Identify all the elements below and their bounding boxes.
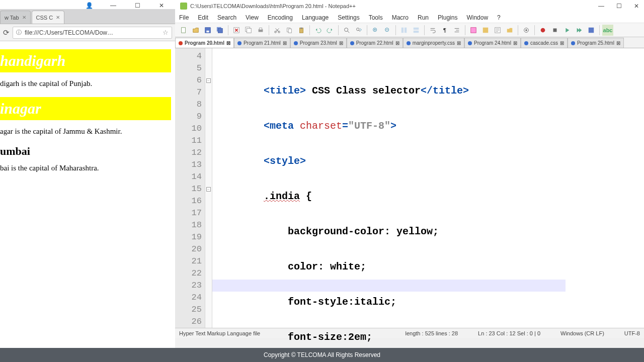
find-icon[interactable]: [341, 25, 352, 36]
print-icon[interactable]: [255, 25, 266, 36]
site-info-icon[interactable]: ⓘ: [16, 29, 22, 36]
npp-toolbar: ¶ abc: [175, 23, 644, 37]
menu-run[interactable]: Run: [418, 14, 429, 21]
replace-icon[interactable]: [353, 25, 364, 36]
menu-macro[interactable]: Macro: [392, 14, 409, 21]
tab-close-icon[interactable]: ⊠: [616, 40, 620, 46]
file-tab[interactable]: Program 23.html⊠: [290, 38, 347, 48]
zoom-out-icon[interactable]: [382, 25, 393, 36]
close-all-icon[interactable]: [243, 25, 254, 36]
window-minimize[interactable]: —: [598, 3, 604, 10]
modified-dot-icon: [179, 41, 183, 45]
redo-icon[interactable]: [325, 25, 336, 36]
bookmark-star-icon[interactable]: ☆: [163, 29, 169, 36]
copy-icon[interactable]: [284, 25, 295, 36]
monitoring-icon[interactable]: [521, 25, 532, 36]
window-close[interactable]: ✕: [634, 3, 639, 10]
tab-close-icon[interactable]: ⊠: [395, 40, 399, 46]
menu-encoding[interactable]: Encoding: [268, 14, 293, 21]
rendered-page: handigarh digarh is the capital of Punja…: [0, 41, 175, 172]
menu-file[interactable]: File: [179, 14, 189, 21]
browser-tab[interactable]: w Tab ✕: [0, 11, 31, 24]
menu-view[interactable]: View: [246, 14, 259, 21]
file-tab[interactable]: Program 25.html⊠: [568, 38, 624, 48]
udl-icon[interactable]: [468, 25, 479, 36]
paragraph: bai is the capital of Maharashtra.: [0, 164, 175, 172]
menu-search[interactable]: Search: [217, 14, 236, 21]
reload-icon[interactable]: ⟳: [3, 28, 10, 37]
sync-v-icon[interactable]: [398, 25, 410, 36]
paste-icon[interactable]: [296, 25, 307, 36]
file-tab[interactable]: cascade.css⊠: [521, 38, 568, 48]
play-macro-icon[interactable]: [561, 25, 573, 36]
menu-settings[interactable]: Settings: [338, 14, 359, 21]
funclist-icon[interactable]: [492, 25, 503, 36]
allchars-icon[interactable]: ¶: [439, 25, 450, 36]
folder-icon[interactable]: [504, 25, 515, 36]
fold-toggle-icon[interactable]: −: [206, 187, 211, 192]
window-maximize[interactable]: ☐: [616, 3, 622, 10]
undo-icon[interactable]: [312, 25, 324, 36]
video-footer: Copyright © TELCOMA All Rights Reserved: [0, 348, 644, 362]
cut-icon[interactable]: [272, 25, 283, 36]
menu-window[interactable]: Window: [466, 14, 488, 21]
tab-close-icon[interactable]: ⊠: [513, 40, 517, 46]
svg-rect-22: [414, 27, 419, 29]
svg-rect-24: [471, 27, 476, 33]
sync-h-icon[interactable]: [411, 25, 422, 36]
save-all-icon[interactable]: [214, 25, 225, 36]
play-multi-icon[interactable]: [574, 25, 585, 36]
window-maximize[interactable]: ☐: [133, 2, 142, 9]
save-macro-icon[interactable]: [586, 25, 597, 36]
fold-toggle-icon[interactable]: −: [206, 78, 211, 83]
menu-language[interactable]: Language: [302, 14, 329, 21]
file-tab[interactable]: Program 24.html⊠: [464, 38, 521, 48]
svg-rect-23: [414, 30, 419, 32]
tab-close-icon[interactable]: ⊠: [560, 40, 564, 46]
file-tab[interactable]: marginproperty.css⊠: [403, 38, 464, 48]
spellcheck-icon[interactable]: abc: [602, 25, 613, 36]
close-file-icon[interactable]: [231, 25, 242, 36]
svg-rect-31: [589, 27, 594, 33]
open-file-icon[interactable]: [190, 25, 201, 36]
tab-close-icon[interactable]: ⊠: [283, 40, 287, 46]
saved-dot-icon: [294, 41, 298, 45]
file-tab-active[interactable]: Program 20.html⊠: [175, 38, 234, 48]
file-tab[interactable]: Program 22.html⊠: [347, 38, 403, 48]
menu-tools[interactable]: Tools: [369, 14, 383, 21]
svg-rect-25: [483, 27, 489, 33]
window-close[interactable]: ✕: [157, 2, 166, 9]
browser-window: 👤 — ☐ ✕ w Tab ✕ CSS C ✕ ⟳ ⓘ file:///C:/U…: [0, 0, 175, 362]
svg-rect-4: [218, 28, 223, 33]
svg-point-29: [541, 28, 545, 32]
docmap-icon[interactable]: [480, 25, 491, 36]
fold-column[interactable]: −−: [205, 48, 212, 328]
tab-close-icon[interactable]: ⊠: [226, 40, 230, 46]
code-editor[interactable]: 4567891011121314151617181920212223242526…: [175, 48, 644, 328]
saved-dot-icon: [237, 41, 242, 45]
stop-macro-icon[interactable]: [549, 25, 560, 36]
zoom-in-icon[interactable]: [370, 25, 381, 36]
tab-label: CSS C: [36, 15, 53, 21]
file-tab[interactable]: Program 21.html⊠: [234, 38, 290, 48]
tab-close-icon[interactable]: ✕: [56, 15, 60, 20]
svg-rect-2: [206, 30, 209, 32]
address-bar[interactable]: ⓘ file:///C:/Users/TELCOMA/Dow… ☆: [13, 27, 172, 39]
menu-help[interactable]: ?: [497, 14, 501, 21]
svg-point-16: [345, 28, 348, 31]
code-area[interactable]: <title> CSS Class selector</title> <meta…: [212, 48, 566, 328]
window-minimize[interactable]: —: [109, 2, 118, 9]
menu-edit[interactable]: Edit: [198, 14, 208, 21]
save-icon[interactable]: [202, 25, 213, 36]
profile-icon[interactable]: 👤: [85, 2, 94, 9]
browser-tab-active[interactable]: CSS C ✕: [32, 11, 65, 24]
menu-plugins[interactable]: Plugins: [438, 14, 457, 21]
new-file-icon[interactable]: [178, 25, 189, 36]
wordwrap-icon[interactable]: [427, 25, 438, 36]
indent-guide-icon[interactable]: [451, 25, 462, 36]
tab-close-icon[interactable]: ✕: [22, 15, 26, 20]
tab-close-icon[interactable]: ⊠: [339, 40, 343, 46]
record-macro-icon[interactable]: [537, 25, 548, 36]
paragraph: digarh is the capital of Punjab.: [0, 79, 175, 88]
tab-close-icon[interactable]: ⊠: [457, 40, 461, 46]
